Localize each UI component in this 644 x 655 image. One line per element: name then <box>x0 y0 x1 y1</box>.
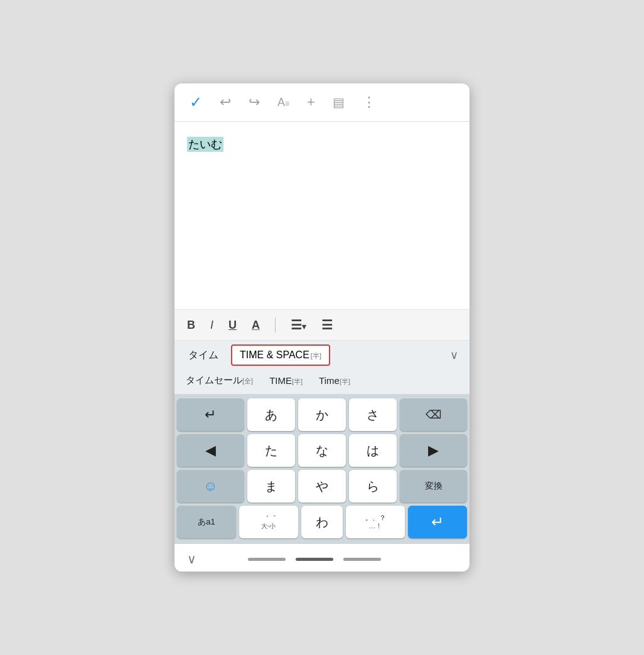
selected-text: たいむ <box>187 137 223 152</box>
format-toolbar: B I U A ☰▾ ☰ <box>174 310 470 341</box>
document-area[interactable]: たいむ <box>174 122 470 310</box>
bottom-indicators <box>248 558 381 561</box>
ime-candidate-time-space[interactable]: TIME & SPACE[半] <box>231 344 330 366</box>
bottom-bar: ∨ <box>174 544 470 572</box>
format-text-icon[interactable]: A≡ <box>277 96 289 109</box>
key-a[interactable]: あ <box>247 398 295 431</box>
ime-candidate-taimu[interactable]: タイム <box>181 345 226 366</box>
check-icon[interactable]: ✓ <box>190 93 202 111</box>
return-key[interactable]: ↵ <box>408 506 467 538</box>
key-ya[interactable]: や <box>298 470 346 503</box>
key-ma[interactable]: ま <box>247 470 295 503</box>
ime-candidate-TIME[interactable]: TIME[半] <box>264 373 308 389</box>
comment-icon[interactable]: ▤ <box>333 95 345 110</box>
key-row-2: ◀ た な は ▶ <box>177 434 467 467</box>
toolbar-separator <box>275 317 276 333</box>
underline-button[interactable]: U <box>228 319 237 332</box>
undo-icon[interactable]: ↩ <box>220 94 231 110</box>
ime-badge-half3: [半] <box>340 378 350 385</box>
key-na[interactable]: な <box>298 434 346 467</box>
enter-key[interactable]: ↵ <box>177 398 244 431</box>
list-button[interactable]: ☰ <box>321 317 333 333</box>
redo-icon[interactable]: ↪ <box>249 94 260 110</box>
align-button[interactable]: ☰▾ <box>291 317 306 333</box>
indicator-2 <box>296 558 333 561</box>
hide-keyboard-button[interactable]: ∨ <box>187 551 196 567</box>
italic-button[interactable]: I <box>210 319 213 332</box>
emoji-key[interactable]: ☺ <box>177 470 244 503</box>
input-mode-key[interactable]: あa1 <box>177 506 236 538</box>
top-toolbar: ✓ ↩ ↪ A≡ + ▤ ⋮ <box>174 83 470 122</box>
phone-frame: ✓ ↩ ↪ A≡ + ▤ ⋮ たいむ B I U A ☰▾ ☰ タイム TIME… <box>174 83 470 572</box>
ime-badge-half2: [半] <box>292 378 303 385</box>
ime-row2: タイムセール[全] TIME[半] Time[半] <box>174 370 470 394</box>
ime-suggestion-bar: タイム TIME & SPACE[半] ∨ タイムセール[全] TIME[半] … <box>174 341 470 395</box>
key-ha[interactable]: は <box>349 434 397 467</box>
right-arrow-key[interactable]: ▶ <box>400 434 467 467</box>
ime-row1: タイム TIME & SPACE[半] ∨ <box>174 341 470 370</box>
punctuation-key[interactable]: 。、？ …！ <box>346 506 405 538</box>
ime-badge-half: [半] <box>311 352 321 359</box>
key-row-3: ☺ ま や ら 変換 <box>177 470 467 503</box>
bold-button[interactable]: B <box>187 319 195 332</box>
key-ta[interactable]: た <box>247 434 295 467</box>
ime-badge-zen: [全] <box>242 377 253 385</box>
font-color-button[interactable]: A <box>252 319 260 332</box>
left-arrow-key[interactable]: ◀ <box>177 434 244 467</box>
backspace-key[interactable]: ⌫ <box>400 398 467 431</box>
key-ra[interactable]: ら <box>349 470 397 503</box>
key-row-4: あa1 ゛゜ 大◦小 わ 。、？ …！ ↵ <box>177 506 467 538</box>
key-sa[interactable]: さ <box>349 398 397 431</box>
key-wa[interactable]: わ <box>301 506 343 538</box>
ime-candidate-timesale[interactable]: タイムセール[全] <box>181 372 258 389</box>
more-options-icon[interactable]: ⋮ <box>362 94 376 110</box>
key-ka[interactable]: か <box>298 398 346 431</box>
add-icon[interactable]: + <box>307 94 315 110</box>
key-row-1: ↵ あ か さ ⌫ <box>177 398 467 431</box>
indicator-1 <box>248 558 286 561</box>
ime-expand-button[interactable]: ∨ <box>445 346 463 365</box>
ime-candidate-Time[interactable]: Time[半] <box>314 373 355 389</box>
indicator-3 <box>343 558 381 561</box>
keyboard: ↵ あ か さ ⌫ ◀ た な は ▶ ☺ ま や ら 変換 あa1 ゛゜ <box>174 395 470 544</box>
dakuten-key[interactable]: ゛゜ 大◦小 <box>239 506 298 538</box>
kanji-convert-key[interactable]: 変換 <box>400 470 467 503</box>
